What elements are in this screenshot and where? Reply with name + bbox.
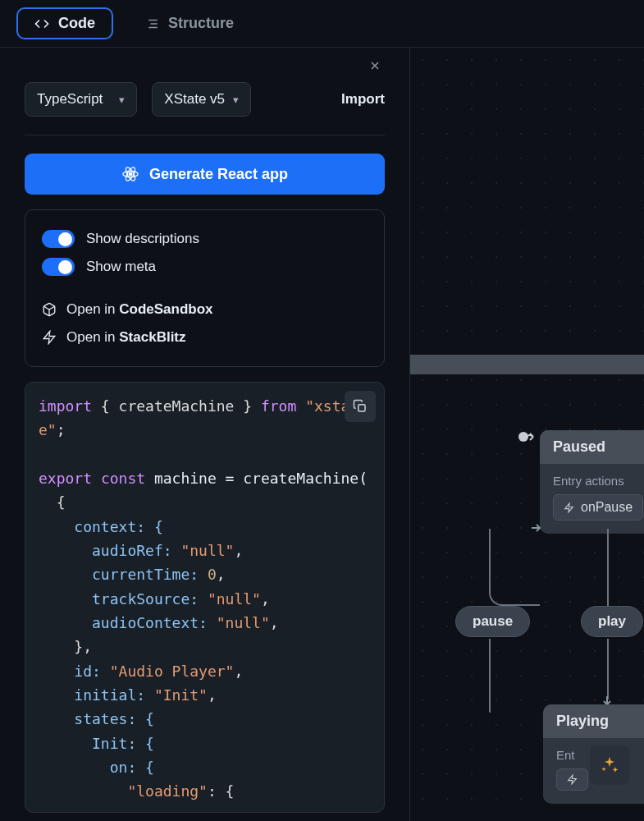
chevron-down-icon: ▾ xyxy=(119,94,125,106)
event-play[interactable]: play xyxy=(581,606,643,637)
show-meta-toggle[interactable] xyxy=(42,258,75,276)
state-header-strip xyxy=(410,355,644,374)
state-paused[interactable]: Paused Entry actions onPause xyxy=(540,430,644,534)
svg-marker-15 xyxy=(565,503,573,512)
button-label: Generate React app xyxy=(149,166,288,183)
edge-line xyxy=(489,639,491,713)
state-title: Playing xyxy=(543,704,644,738)
arrow-head-icon xyxy=(532,522,543,534)
lightning-icon xyxy=(564,502,574,513)
codesandbox-icon xyxy=(42,302,57,317)
svg-marker-16 xyxy=(569,775,577,784)
tab-label: Code xyxy=(58,15,95,32)
generate-react-app-button[interactable]: Generate React app xyxy=(25,154,385,195)
version-select[interactable]: XState v5 ▾ xyxy=(152,82,251,117)
select-value: XState v5 xyxy=(164,91,225,108)
edge-line xyxy=(607,529,609,606)
select-value: TypeScript xyxy=(37,91,103,108)
close-icon xyxy=(368,59,381,72)
tab-code[interactable]: Code xyxy=(16,7,113,39)
entry-actions-label: Entry actions xyxy=(553,474,644,488)
language-select[interactable]: TypeScript ▾ xyxy=(25,82,137,117)
tab-structure[interactable]: Structure xyxy=(128,9,250,38)
copy-button[interactable] xyxy=(345,391,376,422)
diagram-canvas[interactable]: Paused Entry actions onPause pause play … xyxy=(410,48,644,821)
close-button[interactable] xyxy=(365,56,385,76)
show-descriptions-toggle[interactable] xyxy=(42,230,75,248)
edge-line xyxy=(489,529,540,606)
svg-marker-13 xyxy=(43,332,55,344)
lightning-icon xyxy=(567,774,578,785)
code-panel: TypeScript ▾ XState v5 ▾ Import Generate… xyxy=(0,48,410,821)
options-box: Show descriptions Show meta Open in Code… xyxy=(25,209,385,367)
open-codesandbox-link[interactable]: Open in CodeSandbox xyxy=(42,296,368,323)
stackblitz-icon xyxy=(42,330,57,345)
copy-icon xyxy=(353,399,368,414)
open-stackblitz-link[interactable]: Open in StackBlitz xyxy=(42,323,368,351)
action-label: onPause xyxy=(581,500,633,515)
event-pause[interactable]: pause xyxy=(455,606,530,637)
svg-point-8 xyxy=(129,172,132,176)
action-chip[interactable] xyxy=(556,768,588,791)
tab-label: Structure xyxy=(168,15,234,32)
code-icon xyxy=(34,16,49,31)
arrow-icon xyxy=(525,430,540,443)
import-button[interactable]: Import xyxy=(341,91,385,108)
edge-line xyxy=(607,639,609,699)
code-content[interactable]: import { createMachine } from "xstate"; … xyxy=(25,383,384,813)
react-icon xyxy=(121,165,139,183)
chevron-down-icon: ▾ xyxy=(233,94,239,106)
state-title: Paused xyxy=(540,430,644,464)
action-chip[interactable]: onPause xyxy=(553,494,643,521)
ai-sparkle-button[interactable] xyxy=(590,745,629,785)
toggle-label: Show descriptions xyxy=(86,231,199,247)
code-block: import { createMachine } from "xstate"; … xyxy=(25,382,385,813)
svg-rect-14 xyxy=(359,405,365,411)
toggle-label: Show meta xyxy=(86,259,156,275)
sparkle-icon xyxy=(600,755,619,775)
structure-icon xyxy=(144,16,159,31)
